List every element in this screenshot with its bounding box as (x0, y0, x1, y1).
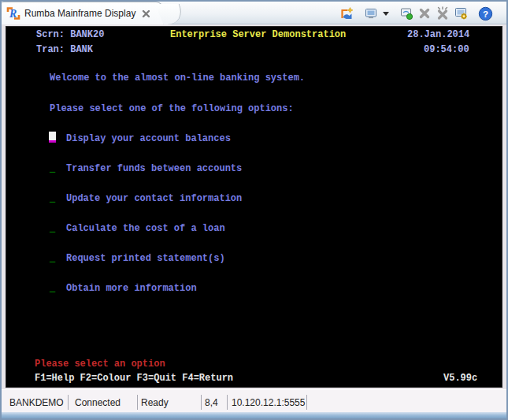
tab-bar: R Rumba Mainframe Display (2, 2, 506, 24)
disconnect-button[interactable] (416, 5, 433, 22)
terminal-cursor[interactable] (49, 132, 56, 143)
display-settings-button[interactable] (452, 5, 469, 22)
tran-field: Tran: BANK (36, 45, 93, 55)
version-text: V5.99c (443, 374, 477, 384)
disconnect-icon (417, 6, 432, 20)
display-dropdown-button[interactable] (380, 5, 391, 22)
option-label-4: Calculate the cost of a loan (66, 224, 225, 234)
statusbar-separator (227, 395, 228, 410)
rumba-logo-icon: R (6, 6, 20, 20)
option-label-6: Obtain more information (66, 284, 197, 294)
connect-icon (399, 6, 413, 20)
statusbar-separator (306, 395, 307, 410)
help-icon: ? (478, 6, 493, 21)
rumba-window: R Rumba Mainframe Display (0, 0, 508, 420)
tab-title: Rumba Mainframe Display (24, 8, 135, 19)
status-message: Please select an option (35, 359, 165, 370)
disconnect-all-icon (436, 6, 450, 20)
new-display-button[interactable] (338, 5, 355, 22)
option-label-5: Request printed statement(s) (66, 254, 225, 264)
option-input-field-4[interactable]: _ (50, 224, 55, 234)
option-input-field-2[interactable]: _ (50, 164, 55, 174)
ready-status: Ready (141, 397, 169, 408)
option-input-field-3[interactable]: _ (50, 194, 55, 204)
tab-rumba-mainframe-display[interactable]: R Rumba Mainframe Display (2, 2, 164, 24)
connection-status: Connected (75, 397, 121, 408)
display-button[interactable] (362, 5, 380, 22)
help-button[interactable]: ? (476, 5, 494, 22)
svg-text:?: ? (482, 9, 488, 18)
option-label-3: Update your contact information (66, 194, 242, 204)
option-input-field-5[interactable]: _ (50, 254, 55, 264)
terminal-screen[interactable]: Scrn: BANK20 Enterprise Server Demonstra… (6, 26, 502, 388)
window-bottom-border (2, 412, 506, 418)
statusbar-separator (68, 395, 69, 410)
prompt-text: Please select one of the following optio… (50, 104, 294, 114)
cursor-position: 8,4 (205, 397, 218, 408)
new-display-icon (339, 6, 354, 21)
screen-title: Enterprise Server Demonstration (170, 30, 346, 40)
toolbar: ? (338, 4, 494, 23)
option-label-2: Transfer funds between accounts (66, 164, 242, 174)
statusbar-separator (137, 395, 138, 410)
statusbar-separator (201, 395, 202, 410)
display-settings-icon (454, 6, 469, 21)
chevron-down-icon (383, 12, 389, 16)
connect-button[interactable] (398, 5, 415, 22)
host-address: 10.120.12.1:5555 (232, 397, 305, 408)
svg-text:R: R (9, 8, 17, 20)
function-keys: F1=Help F2=Colour F3=Quit F4=Return (35, 374, 233, 384)
scrn-field: Scrn: BANK20 (36, 30, 104, 40)
tab-close-icon[interactable] (140, 8, 151, 19)
display-icon (364, 6, 378, 20)
disconnect-all-button[interactable] (434, 5, 451, 22)
option-label-1: Display your account balances (66, 134, 231, 144)
option-input-field-6[interactable]: _ (50, 284, 55, 294)
date-field: 28.Jan.2014 (407, 30, 469, 40)
welcome-text: Welcome to the almost on-line banking sy… (50, 73, 305, 84)
status-bar: BANKDEMO Connected Ready 8,4 10.120.12.1… (2, 389, 506, 413)
session-name: BANKDEMO (9, 397, 64, 408)
time-field: 09:54:00 (424, 45, 469, 55)
